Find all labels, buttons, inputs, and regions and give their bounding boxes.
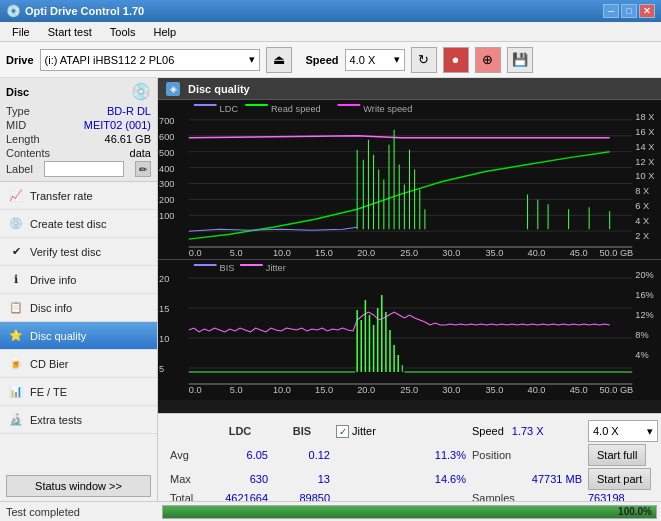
chart-top: LDC Read speed Write speed 700 600 500 4…	[158, 100, 661, 260]
status-text: Test completed	[0, 506, 158, 518]
svg-text:8 X: 8 X	[635, 187, 649, 197]
disc-panel-header: Disc 💿	[6, 82, 151, 101]
drive-label: Drive	[6, 54, 34, 66]
svg-rect-3	[245, 104, 268, 106]
verify-test-disc-label: Verify test disc	[30, 246, 101, 258]
disc-info-icon: 📋	[8, 300, 24, 316]
label-input[interactable]	[44, 161, 124, 177]
svg-text:45.0: 45.0	[570, 248, 588, 258]
svg-text:100: 100	[159, 211, 174, 221]
mid-label: MID	[6, 119, 26, 131]
speed-info: Speed 1.73 X	[472, 425, 582, 437]
transfer-rate-label: Transfer rate	[30, 190, 93, 202]
position-value: 47731 MB	[472, 473, 582, 485]
position-label: Position	[472, 449, 582, 461]
disc-panel-icon: 💿	[131, 82, 151, 101]
jitter-checkbox[interactable]: ✓	[336, 425, 349, 438]
sidebar-item-cd-bier[interactable]: 🍺 CD Bier	[0, 350, 157, 378]
menubar: File Start test Tools Help	[0, 22, 661, 42]
sidebar-item-transfer-rate[interactable]: 📈 Transfer rate	[0, 182, 157, 210]
sidebar: Disc 💿 Type BD-R DL MID MEIT02 (001) Len…	[0, 78, 158, 501]
fe-te-icon: 📊	[8, 384, 24, 400]
contents-label: Contents	[6, 147, 50, 159]
disc-panel-title: Disc	[6, 86, 29, 98]
svg-text:20.0: 20.0	[357, 248, 375, 258]
sidebar-item-verify-test-disc[interactable]: ✔ Verify test disc	[0, 238, 157, 266]
menu-start-test[interactable]: Start test	[40, 24, 100, 40]
svg-text:30.0: 30.0	[442, 248, 460, 258]
svg-text:Read speed: Read speed	[271, 104, 321, 114]
svg-text:40.0: 40.0	[528, 385, 546, 395]
sidebar-item-drive-info[interactable]: ℹ Drive info	[0, 266, 157, 294]
sidebar-item-create-test-disc[interactable]: 💿 Create test disc	[0, 210, 157, 238]
burn-button[interactable]: ⊕	[475, 47, 501, 73]
maximize-button[interactable]: □	[621, 4, 637, 18]
status-window-button[interactable]: Status window >>	[6, 475, 151, 497]
svg-text:Jitter: Jitter	[266, 263, 286, 273]
stats-area: LDC BIS ✓ Jitter Speed 1.73 X 4.0 X ▾	[158, 413, 661, 501]
menu-file[interactable]: File	[4, 24, 38, 40]
contents-value: data	[130, 147, 151, 159]
main: Disc 💿 Type BD-R DL MID MEIT02 (001) Len…	[0, 78, 661, 501]
svg-text:10 X: 10 X	[635, 172, 654, 182]
minimize-button[interactable]: ─	[603, 4, 619, 18]
bis-header: BIS	[274, 425, 330, 437]
svg-text:10: 10	[159, 334, 169, 344]
sidebar-item-disc-info[interactable]: 📋 Disc info	[0, 294, 157, 322]
svg-text:2 X: 2 X	[635, 231, 649, 241]
svg-text:0.0: 0.0	[189, 248, 202, 258]
length-value: 46.61 GB	[105, 133, 151, 145]
type-value: BD-R DL	[107, 105, 151, 117]
app-title: Opti Drive Control 1.70	[25, 5, 144, 17]
svg-text:4%: 4%	[635, 350, 648, 360]
avg-label: Avg	[170, 449, 206, 461]
svg-text:16%: 16%	[635, 290, 653, 300]
svg-text:4 X: 4 X	[635, 216, 649, 226]
sidebar-item-disc-quality[interactable]: ⭐ Disc quality	[0, 322, 157, 350]
eject-button[interactable]: ⏏	[266, 47, 292, 73]
disc-button[interactable]: ●	[443, 47, 469, 73]
close-button[interactable]: ✕	[639, 4, 655, 18]
menu-tools[interactable]: Tools	[102, 24, 144, 40]
max-label: Max	[170, 473, 206, 485]
svg-text:BIS: BIS	[220, 263, 235, 273]
stats-speed-select[interactable]: 4.0 X ▾	[588, 420, 658, 442]
chart-header: ◈ Disc quality	[158, 78, 661, 100]
chart-bottom-svg: BIS Jitter 20 15 10 5 20% 16% 12% 8% 4%	[158, 260, 661, 400]
sidebar-item-fe-te[interactable]: 📊 FE / TE	[0, 378, 157, 406]
stats-grid: LDC BIS ✓ Jitter Speed 1.73 X 4.0 X ▾	[166, 418, 653, 501]
start-part-cell: Start part	[588, 468, 661, 490]
speed-arrow: ▾	[394, 53, 400, 66]
app-icon: 💿	[6, 4, 21, 18]
svg-text:45.0: 45.0	[570, 385, 588, 395]
refresh-button[interactable]: ↻	[411, 47, 437, 73]
samples-val-cell: 763198	[588, 492, 661, 501]
sidebar-item-extra-tests[interactable]: 🔬 Extra tests	[0, 406, 157, 434]
jitter-label: Jitter	[352, 425, 376, 437]
disc-quality-label: Disc quality	[30, 330, 86, 342]
drive-select-arrow: ▾	[249, 53, 255, 66]
drive-select[interactable]: (i:) ATAPI iHBS112 2 PL06 ▾	[40, 49, 260, 71]
menu-help[interactable]: Help	[145, 24, 184, 40]
svg-text:10.0: 10.0	[273, 248, 291, 258]
svg-text:200: 200	[159, 195, 174, 205]
start-full-button[interactable]: Start full	[588, 444, 646, 466]
create-test-disc-icon: 💿	[8, 216, 24, 232]
chart-bottom: BIS Jitter 20 15 10 5 20% 16% 12% 8% 4%	[158, 260, 661, 400]
max-ldc: 630	[212, 473, 268, 485]
extra-tests-icon: 🔬	[8, 412, 24, 428]
avg-ldc: 6.05	[212, 449, 268, 461]
progress-bar-container: 100.0%	[162, 505, 657, 519]
titlebar-left: 💿 Opti Drive Control 1.70	[6, 4, 144, 18]
disc-panel: Disc 💿 Type BD-R DL MID MEIT02 (001) Len…	[0, 78, 157, 182]
save-button[interactable]: 💾	[507, 47, 533, 73]
disc-type-row: Type BD-R DL	[6, 105, 151, 117]
ldc-header: LDC	[212, 425, 268, 437]
label-edit-icon[interactable]: ✏	[135, 161, 151, 177]
start-part-button[interactable]: Start part	[588, 468, 651, 490]
total-bis: 89850	[274, 492, 330, 501]
statusbar: Test completed 100.0%	[0, 501, 661, 521]
charts-area: LDC Read speed Write speed 700 600 500 4…	[158, 100, 661, 413]
right-panel: ◈ Disc quality LDC Read speed Write spee…	[158, 78, 661, 501]
speed-select[interactable]: 4.0 X ▾	[345, 49, 405, 71]
